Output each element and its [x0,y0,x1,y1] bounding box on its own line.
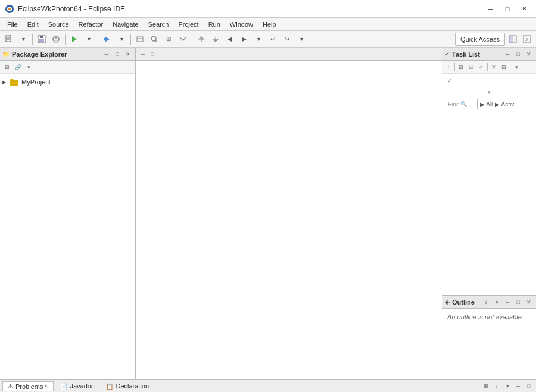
editor-area[interactable] [136,61,442,379]
save-button[interactable] [35,33,48,46]
task-close-btn[interactable]: ✕ [524,49,534,59]
editor-maximize-btn[interactable]: □ [148,49,157,59]
task-new-btn[interactable]: + [444,62,453,72]
outline-hide-btn[interactable]: ▾ [492,297,501,307]
task-find-icon[interactable]: 🔍 [460,101,467,107]
toolbar-btn-7[interactable] [195,33,208,46]
bottom-sort-btn[interactable]: ↕ [492,381,501,391]
editor-panel: ─ □ [136,48,442,379]
task-maximize-btn[interactable]: □ [513,49,523,59]
toolbar-dropdown-1[interactable]: ▾ [17,33,30,46]
tab-problems-label: Problems [15,383,43,390]
tab-problems-close: ✕ [44,384,48,389]
toolbar-btn-10[interactable]: ▶ [238,33,251,46]
menu-search[interactable]: Search [144,20,174,29]
menu-help[interactable]: Help [258,20,281,29]
panel-maximize-btn[interactable]: □ [113,49,122,59]
task-minimize-btn[interactable]: ─ [503,49,512,59]
task-filter-btn[interactable]: ⊟ [456,62,466,72]
panel-close-btn[interactable]: ✕ [123,49,133,59]
debug-button[interactable] [101,33,114,46]
nav-back-dropdown[interactable]: ▾ [252,33,265,46]
menu-edit[interactable]: Edit [23,20,43,29]
maximize-button[interactable]: □ [500,4,515,14]
title-bar: EclipseWkPhoton64 - Eclipse IDE ─ □ ✕ [0,0,536,18]
bottom-hide-btn[interactable]: ▾ [503,381,512,391]
perspective-btn[interactable] [506,33,519,46]
editor-tabs: ─ □ [136,48,442,61]
task-list-panel: ✓ Task List ─ □ ✕ + ⊟ ☑ ✓ ✕ ⊟ ▾ [442,48,536,296]
task-delete-btn[interactable]: ✕ [489,62,498,72]
task-toolbar-sep3 [510,63,510,71]
editor-tab-ctrl[interactable]: ─ [138,49,148,59]
panel-minimize-btn[interactable]: ─ [102,49,111,59]
task-list-content: ✓ ▾ Find 🔍 ▶ All ▶ Activ... [442,74,536,295]
svg-marker-12 [72,36,77,42]
bottom-maximize-btn[interactable]: □ [524,381,534,391]
right-panel: ✓ Task List ─ □ ✕ + ⊟ ☑ ✓ ✕ ⊟ ▾ [442,48,536,379]
tab-declaration-label: Declaration [116,382,149,390]
task-list-toolbar: + ⊟ ☑ ✓ ✕ ⊟ ▾ [442,61,536,74]
package-explorer-header: 📁 Package Explorer ─ □ ✕ [0,48,135,61]
task-filter-activ[interactable]: ▶ Activ... [495,101,519,108]
debug-dropdown[interactable]: ▾ [115,33,128,46]
toolbar-btn-2[interactable] [49,33,63,46]
menu-run[interactable]: Run [204,20,225,29]
menu-navigate[interactable]: Navigate [108,20,143,29]
outline-maximize-btn[interactable]: □ [513,297,523,307]
toolbar-btn-11[interactable]: ↩ [266,33,279,46]
task-collapse-btn[interactable]: ⊟ [499,62,509,72]
view-menu-btn[interactable]: ▾ [24,62,33,72]
task-icon-btn[interactable]: ✓ [445,76,454,86]
toolbar-btn-9[interactable]: ◀ [223,33,236,46]
task-find-box: Find 🔍 [445,99,478,109]
tab-problems[interactable]: ⚠ Problems ✕ [2,381,54,391]
toolbar-separator-1 [32,34,33,45]
toolbar-btn-3[interactable] [133,33,147,46]
open-perspective-btn[interactable]: J [521,33,534,46]
svg-marker-13 [105,36,110,42]
project-tree-item[interactable]: ▶ MyProject [0,76,135,88]
task-collapse-indicator: ▾ [488,89,491,95]
toolbar-btn-6[interactable] [176,33,189,46]
task-filter-row: Find 🔍 ▶ All ▶ Activ... [445,99,534,109]
tab-declaration[interactable]: 📋 Declaration [101,381,154,391]
outline-minimize-btn[interactable]: ─ [503,297,512,307]
bottom-configure-btn[interactable]: ⊞ [481,381,491,391]
run-button[interactable] [68,33,81,46]
collapse-all-btn[interactable]: ⊟ [2,62,12,72]
tab-javadoc-label: Javadoc [70,382,94,390]
bottom-minimize-btn[interactable]: ─ [513,381,523,391]
menu-bar: File Edit Source Refactor Navigate Searc… [0,18,536,31]
menu-source[interactable]: Source [43,20,74,29]
toolbar-separator-4 [130,34,131,45]
menu-window[interactable]: Window [225,20,258,29]
run-dropdown[interactable]: ▾ [82,33,95,46]
toolbar-btn-13[interactable]: ▾ [295,33,308,46]
new-button[interactable] [2,33,15,46]
outline-close-btn[interactable]: ✕ [524,297,534,307]
menu-refactor[interactable]: Refactor [74,20,108,29]
close-button[interactable]: ✕ [517,4,531,14]
toolbar-btn-4[interactable] [148,33,161,46]
menu-project[interactable]: Project [173,20,203,29]
task-view-btn[interactable]: ▾ [512,62,521,72]
menu-file[interactable]: File [2,20,23,29]
task-filter-all[interactable]: ▶ All [480,101,493,108]
toolbar-separator-5 [192,34,192,45]
toolbar-separator-2 [65,34,66,45]
task-toolbar-sep [454,63,455,71]
minimize-button[interactable]: ─ [484,4,498,14]
toolbar-btn-5[interactable]: ⊞ [162,33,175,46]
toolbar-btn-12[interactable]: ↪ [281,33,294,46]
app-icon [5,4,14,14]
task-complete-btn[interactable]: ✓ [476,62,486,72]
tree-expand-arrow[interactable]: ▶ [2,80,10,85]
outline-sort-btn[interactable]: ↕ [481,297,491,307]
toolbar-btn-8[interactable] [209,33,222,46]
svg-point-17 [151,36,156,41]
link-editor-btn[interactable]: 🔗 [13,62,23,72]
task-filter2-btn[interactable]: ☑ [466,62,476,72]
quick-access-button[interactable]: Quick Access [455,33,505,46]
tab-javadoc[interactable]: 📄 Javadoc [55,381,99,391]
